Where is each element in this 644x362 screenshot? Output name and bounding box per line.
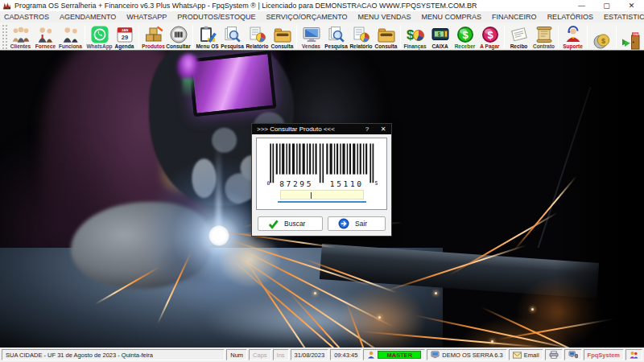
toolbar-vendas[interactable]: Vendas xyxy=(299,23,324,50)
fpq-badge-icon xyxy=(630,351,638,359)
right-shadow xyxy=(555,51,644,348)
toolbar-separator xyxy=(504,25,505,48)
titlebar: Programa OS Serralheria + Financeiro v6.… xyxy=(0,0,644,11)
exit-door-icon: EXIT xyxy=(621,32,641,50)
menu-whatsapp[interactable]: WHATSAPP xyxy=(126,13,167,21)
toolbar-caixa[interactable]: $ CAIXA xyxy=(427,23,452,50)
status-printer[interactable] xyxy=(545,349,563,360)
toolbar-label: Produtos xyxy=(142,43,165,50)
toolbar-clientes[interactable]: Clientes xyxy=(8,23,33,50)
toolbar-separator xyxy=(138,25,139,48)
work-order-clipboard-icon xyxy=(198,26,217,43)
toolbar-label: Pesquisa xyxy=(324,43,348,50)
barcode-search-input[interactable] xyxy=(280,190,364,200)
svg-text:JAN: JAN xyxy=(121,28,127,32)
coin-icon: $ xyxy=(592,32,612,50)
maximize-button[interactable]: ▢ xyxy=(594,0,619,11)
toolbar-separator xyxy=(587,25,588,48)
toolbar-suporte[interactable]: Suporte xyxy=(560,23,585,50)
report-icon xyxy=(248,26,267,43)
status-network[interactable] xyxy=(564,349,582,360)
toolbar-relatorio-vendas[interactable]: Relatório xyxy=(349,23,374,50)
menu-servico-orcamento[interactable]: SERVIÇO/ORÇAMENTO xyxy=(266,13,347,21)
status-insert: Ins xyxy=(273,349,289,360)
toolbar-label: Fornece xyxy=(35,43,56,50)
weld-arc-flare xyxy=(216,143,221,238)
status-caps-lock: Caps xyxy=(249,349,271,360)
toolbar-gripper xyxy=(2,24,7,49)
toolbar-receber[interactable]: $ Receber xyxy=(452,23,477,50)
search-documents-icon xyxy=(223,26,242,43)
close-button[interactable]: ✕ xyxy=(619,0,644,11)
toolbar-funciona[interactable]: Funciona xyxy=(58,23,83,50)
clients-people-icon xyxy=(10,26,31,43)
exit-arrow-icon xyxy=(338,218,349,229)
menu-financeiro[interactable]: FINANCEIRO xyxy=(492,13,537,21)
toolbar-label: Vendas xyxy=(302,43,320,50)
sair-button[interactable]: Sair xyxy=(328,216,386,231)
receive-green-coin-icon: $ xyxy=(456,26,474,43)
toolbar-recibo[interactable]: Recibo xyxy=(506,23,531,50)
toolbar-label: Clientes xyxy=(10,43,31,50)
dialog-close-button[interactable]: ✕ xyxy=(375,125,391,133)
status-brand: FpqSystem xyxy=(584,349,624,360)
toolbar-separator xyxy=(616,25,617,48)
svg-text:$: $ xyxy=(487,28,493,40)
toolbar-relatorio-os[interactable]: Relatório xyxy=(245,23,270,50)
contract-scroll-icon xyxy=(535,26,554,43)
toolbar-a-pagar[interactable]: $ A Pagar xyxy=(477,23,502,50)
status-num-lock: Num xyxy=(226,349,247,360)
receipt-icon xyxy=(510,26,529,43)
welding-visor-glow xyxy=(188,51,277,117)
svg-text:15110: 15110 xyxy=(329,179,363,188)
menu-cadastros[interactable]: CADASTROS xyxy=(4,13,49,21)
menu-relatorios[interactable]: RELATÓRIOS xyxy=(547,13,593,21)
menu-menu-vendas[interactable]: MENU VENDAS xyxy=(358,13,411,21)
menu-agendamento[interactable]: AGENDAMENTO xyxy=(60,13,116,21)
menu-menu-compras[interactable]: MENU COMPRAS xyxy=(422,13,482,21)
toolbar-whatsapp[interactable]: WhatsApp xyxy=(87,23,112,50)
toolbar-label: Consulta xyxy=(375,43,398,50)
menu-estatistica[interactable]: ESTATISTICA xyxy=(604,13,644,21)
sair-label: Sair xyxy=(355,220,367,228)
toolbar-fornece[interactable]: Fornece xyxy=(33,23,58,50)
toolbar-consulta-vendas[interactable]: Consulta xyxy=(374,23,398,50)
toolbar-exit[interactable]: EXIT xyxy=(618,23,643,50)
dialog-help-button[interactable]: ? xyxy=(359,125,375,133)
toolbar-agenda[interactable]: JAN 29 Agenda xyxy=(112,23,137,50)
toolbar-label: CAIXA xyxy=(431,43,448,50)
spark-speck xyxy=(435,292,437,294)
svg-text:29: 29 xyxy=(121,34,127,41)
toolbar-label: Agenda xyxy=(115,43,134,50)
status-email[interactable]: Email xyxy=(509,349,543,360)
toolbar-consulta-os[interactable]: Consulta xyxy=(270,23,295,50)
toolbar-menu-os[interactable]: Menu OS xyxy=(195,23,220,50)
buscar-label: Buscar xyxy=(284,220,305,228)
toolbar-label: Finanças xyxy=(403,43,426,50)
toolbar-pesquisa-os[interactable]: Pesquisa xyxy=(220,23,245,50)
status-time: 09:43:45 xyxy=(330,349,361,360)
dialog-titlebar[interactable]: >>> Consultar Produto <<< ? ✕ xyxy=(252,124,391,134)
toolbar-produtos[interactable]: Produtos xyxy=(141,23,166,50)
svg-text:$: $ xyxy=(462,28,469,40)
buscar-button[interactable]: Buscar xyxy=(258,216,323,231)
minimize-button[interactable]: — xyxy=(569,0,594,11)
svg-text:87295: 87295 xyxy=(279,179,313,188)
toolbar-financas[interactable]: $ Finanças xyxy=(402,23,427,50)
menu-produtos-estoque[interactable]: PRODUTOS/ESTOQUE xyxy=(177,13,255,21)
products-boxes-icon xyxy=(144,26,163,43)
status-user: MASTER xyxy=(363,349,425,360)
toolbar-consultar[interactable]: Consultar xyxy=(166,23,191,50)
status-system-name: DEMO OS SERRA 6.3 xyxy=(427,349,506,360)
statusbar: SUA CIDADE - UF 31 de Agosto de 2023 - Q… xyxy=(0,348,644,362)
toolbar-contrato[interactable]: Contrato xyxy=(531,23,556,50)
toolbar-coin[interactable]: $ xyxy=(589,23,614,50)
barcode-search-icon xyxy=(170,26,188,43)
toolbar-label: Consulta xyxy=(271,43,294,50)
dialog-title: >>> Consultar Produto <<< xyxy=(257,125,359,133)
torch-flame-stem xyxy=(183,78,193,97)
support-person-icon xyxy=(564,26,583,43)
toolbar-label: Funciona xyxy=(59,43,82,50)
svg-text:0: 0 xyxy=(266,180,270,186)
toolbar-pesquisa-vendas[interactable]: Pesquisa xyxy=(324,23,349,50)
